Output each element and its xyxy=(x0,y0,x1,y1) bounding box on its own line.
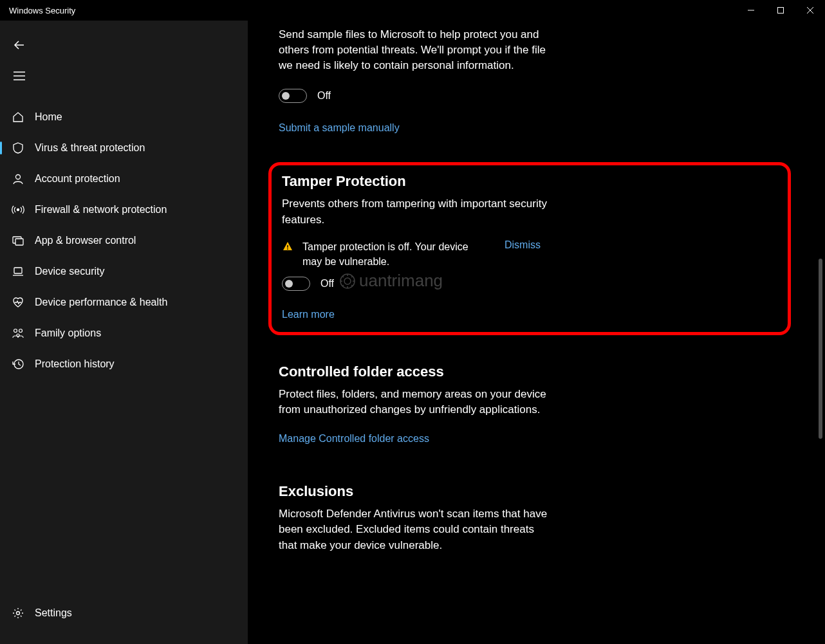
svg-point-14 xyxy=(14,329,17,333)
section-description: Microsoft Defender Antivirus won't scan … xyxy=(279,506,549,553)
section-exclusions: Exclusions Microsoft Defender Antivirus … xyxy=(248,464,825,572)
sidebar-item-label: Family options xyxy=(35,327,101,339)
svg-point-9 xyxy=(17,209,19,211)
sidebar-item-label: Home xyxy=(35,111,62,123)
sidebar-item-label: Firewall & network protection xyxy=(35,204,167,216)
app-icon xyxy=(12,234,24,247)
section-description: Protect files, folders, and memory areas… xyxy=(279,387,549,418)
svg-point-8 xyxy=(16,175,21,179)
scrollbar[interactable] xyxy=(817,27,822,638)
sidebar-item-home[interactable]: Home xyxy=(0,102,248,133)
titlebar: Windows Security xyxy=(0,0,825,21)
scrollbar-thumb[interactable] xyxy=(819,259,822,439)
sidebar-item-label: Device performance & health xyxy=(35,297,167,308)
sidebar-item-device-security[interactable]: Device security xyxy=(0,256,248,287)
sidebar-item-label: Account protection xyxy=(35,173,120,185)
svg-rect-1 xyxy=(778,8,784,14)
toggle-label: Off xyxy=(320,278,334,290)
sidebar: Home Virus & threat protection Account p… xyxy=(0,21,248,644)
sidebar-item-label: Protection history xyxy=(35,358,115,370)
sidebar-item-history[interactable]: Protection history xyxy=(0,349,248,380)
section-controlled-folder: Controlled folder access Protect files, … xyxy=(248,351,825,464)
home-icon xyxy=(12,111,24,124)
sidebar-item-label: App & browser control xyxy=(35,235,136,246)
section-heading: Tamper Protection xyxy=(282,173,777,190)
sidebar-item-settings[interactable]: Settings xyxy=(0,598,248,629)
learn-more-link[interactable]: Learn more xyxy=(282,309,335,320)
section-sample-submission: Send sample files to Microsoft to help p… xyxy=(248,21,825,147)
heart-icon xyxy=(12,296,24,309)
window-title: Windows Security xyxy=(9,6,75,15)
shield-icon xyxy=(12,142,24,154)
tamper-protection-toggle[interactable] xyxy=(282,277,310,291)
section-description: Send sample files to Microsoft to help p… xyxy=(279,27,549,73)
minimize-button[interactable] xyxy=(736,0,766,21)
family-icon xyxy=(12,327,24,340)
sidebar-item-account[interactable]: Account protection xyxy=(0,163,248,194)
tamper-protection-highlight: Tamper Protection Prevents others from t… xyxy=(268,162,791,335)
hamburger-button[interactable] xyxy=(4,63,35,89)
section-heading: Controlled folder access xyxy=(279,363,799,380)
svg-rect-11 xyxy=(15,239,23,245)
nav-list: Home Virus & threat protection Account p… xyxy=(0,102,248,598)
sidebar-item-virus[interactable]: Virus & threat protection xyxy=(0,133,248,163)
laptop-icon xyxy=(12,265,24,278)
maximize-button[interactable] xyxy=(766,0,795,21)
sample-submission-toggle[interactable] xyxy=(279,89,307,103)
sidebar-item-label: Virus & threat protection xyxy=(35,142,145,154)
back-button[interactable] xyxy=(4,32,35,58)
svg-point-18 xyxy=(17,612,20,615)
sidebar-item-performance[interactable]: Device performance & health xyxy=(0,287,248,318)
svg-point-20 xyxy=(287,248,288,250)
toggle-label: Off xyxy=(317,90,331,102)
section-description: Prevents others from tampering with impo… xyxy=(282,196,552,227)
manage-folder-access-link[interactable]: Manage Controlled folder access xyxy=(279,433,429,445)
svg-point-15 xyxy=(19,329,23,333)
content: Send sample files to Microsoft to help p… xyxy=(248,21,825,644)
sidebar-item-family[interactable]: Family options xyxy=(0,318,248,349)
person-icon xyxy=(12,172,24,185)
close-button[interactable] xyxy=(795,0,825,21)
sidebar-item-label: Settings xyxy=(35,607,72,619)
warning-icon xyxy=(282,241,293,255)
sidebar-item-label: Device security xyxy=(35,266,104,277)
section-heading: Exclusions xyxy=(279,483,799,500)
warning-text: Tamper protection is off. Your device ma… xyxy=(302,239,470,269)
svg-rect-12 xyxy=(14,268,22,273)
gear-icon xyxy=(12,607,24,620)
history-icon xyxy=(12,358,24,371)
sidebar-item-app-browser[interactable]: App & browser control xyxy=(0,225,248,256)
antenna-icon xyxy=(12,203,24,216)
window-controls xyxy=(736,0,825,21)
sidebar-item-firewall[interactable]: Firewall & network protection xyxy=(0,194,248,225)
submit-sample-link[interactable]: Submit a sample manually xyxy=(279,122,400,134)
dismiss-link[interactable]: Dismiss xyxy=(505,239,541,251)
